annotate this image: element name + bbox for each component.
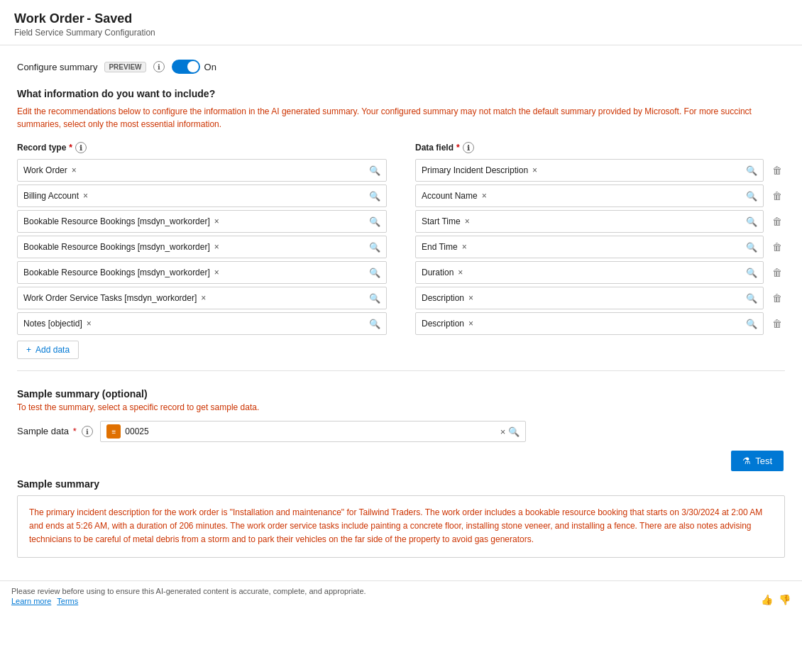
record-type-row-5: Work Order Service Tasks [msdyn_workorde… <box>17 287 387 309</box>
record-type-close-5[interactable]: × <box>199 293 207 303</box>
sample-section: Sample summary (optional) To test the su… <box>17 388 785 558</box>
configure-info-icon[interactable]: ℹ <box>153 61 165 72</box>
data-field-item-4: Duration <box>422 268 454 277</box>
record-type-close-0[interactable]: × <box>70 165 78 175</box>
section-divider <box>17 370 785 371</box>
record-type-search-4[interactable]: 🔍 <box>369 268 380 278</box>
record-type-item-1: Billing Account <box>23 191 79 201</box>
sample-summary-text: The primary incident description for the… <box>29 507 762 544</box>
data-field-search-1[interactable]: 🔍 <box>746 191 757 202</box>
page-title: Work Order <box>14 11 84 26</box>
data-field-row-6: Description × 🔍 🗑 <box>415 312 785 335</box>
record-type-item-4: Bookable Resource Bookings [msdyn_workor… <box>23 268 210 277</box>
sample-title: Sample summary (optional) <box>17 388 785 400</box>
sample-icon: ≡ <box>106 424 121 439</box>
data-field-close-1[interactable]: × <box>480 191 488 201</box>
data-field-search-0[interactable]: 🔍 <box>746 165 757 176</box>
section-question: What information do you want to include? <box>17 88 785 99</box>
preview-badge: PREVIEW <box>104 62 145 72</box>
record-type-close-1[interactable]: × <box>82 191 89 201</box>
data-field-search-3[interactable]: 🔍 <box>746 242 757 253</box>
data-field-close-0[interactable]: × <box>531 165 539 175</box>
data-field-row-0: Primary Incident Description × 🔍 🗑 <box>415 159 785 182</box>
sample-summary-label: Sample summary <box>17 478 785 490</box>
data-field-item-6: Description <box>422 319 464 329</box>
data-field-input-5: Description × 🔍 <box>415 287 764 309</box>
test-button[interactable]: ⚗ Test <box>731 451 784 471</box>
sample-data-row: Sample data * ℹ ≡ 00025 × 🔍 <box>17 421 785 442</box>
record-type-close-6[interactable]: × <box>85 319 93 329</box>
section-desc: Edit the recommendations below to config… <box>17 105 785 131</box>
data-field-row-3: End Time × 🔍 🗑 <box>415 236 785 258</box>
toggle-wrapper: On <box>172 60 216 74</box>
record-type-info-icon[interactable]: ℹ <box>75 142 87 153</box>
sample-data-info-icon[interactable]: ℹ <box>82 426 93 437</box>
terms-link[interactable]: Terms <box>57 597 78 605</box>
data-field-input-6: Description × 🔍 <box>415 312 764 335</box>
data-field-delete-2[interactable]: 🗑 <box>769 216 785 227</box>
data-field-close-3[interactable]: × <box>461 242 468 252</box>
data-field-search-5[interactable]: 🔍 <box>746 293 757 304</box>
data-field-search-2[interactable]: 🔍 <box>746 216 757 227</box>
saved-status: - Saved <box>87 11 132 26</box>
data-field-close-4[interactable]: × <box>456 268 464 277</box>
data-field-search-6[interactable]: 🔍 <box>746 319 757 329</box>
record-type-row-3: Bookable Resource Bookings [msdyn_workor… <box>17 236 387 258</box>
thumbs-down-button[interactable]: 👎 <box>779 594 791 605</box>
record-type-search-6[interactable]: 🔍 <box>369 319 380 329</box>
configure-label: Configure summary <box>17 62 97 72</box>
footer: Please review before using to ensure thi… <box>0 580 802 611</box>
data-field-delete-4[interactable]: 🗑 <box>769 267 785 278</box>
footer-actions: 👍 👎 <box>761 594 791 605</box>
record-type-search-1[interactable]: 🔍 <box>369 191 380 202</box>
record-type-row-6: Notes [objectid] × 🔍 <box>17 312 387 335</box>
data-field-close-5[interactable]: × <box>467 293 475 303</box>
record-type-close-4[interactable]: × <box>213 268 221 277</box>
data-field-input-1: Account Name × 🔍 <box>415 184 764 207</box>
test-btn-row: ⚗ Test <box>17 451 784 471</box>
record-type-search-3[interactable]: 🔍 <box>369 242 380 253</box>
test-label: Test <box>755 456 772 466</box>
record-type-search-5[interactable]: 🔍 <box>369 293 380 304</box>
data-field-input-2: Start Time × 🔍 <box>415 210 764 233</box>
data-field-item-2: Start Time <box>422 216 461 226</box>
test-icon: ⚗ <box>742 456 751 466</box>
add-data-button[interactable]: + Add data <box>17 341 79 359</box>
thumbs-up-button[interactable]: 👍 <box>761 594 773 605</box>
data-field-item-1: Account Name <box>422 191 478 201</box>
data-field-row-2: Start Time × 🔍 🗑 <box>415 210 785 233</box>
data-field-input-0: Primary Incident Description × 🔍 <box>415 159 764 182</box>
data-field-delete-1[interactable]: 🗑 <box>769 190 785 202</box>
record-type-close-2[interactable]: × <box>213 216 221 226</box>
record-type-item-2: Bookable Resource Bookings [msdyn_workor… <box>23 216 210 226</box>
data-field-close-2[interactable]: × <box>463 216 471 226</box>
record-type-close-3[interactable]: × <box>213 242 221 252</box>
data-field-input-3: End Time × 🔍 <box>415 236 764 258</box>
record-type-search-2[interactable]: 🔍 <box>369 216 380 227</box>
add-data-plus: + <box>26 345 31 355</box>
data-field-delete-0[interactable]: 🗑 <box>769 165 785 176</box>
page-header: Work Order - Saved Field Service Summary… <box>0 0 802 45</box>
footer-links: Learn more Terms <box>11 597 366 605</box>
data-field-delete-5[interactable]: 🗑 <box>769 292 785 304</box>
learn-more-link[interactable]: Learn more <box>11 597 51 605</box>
main-content: Configure summary PREVIEW ℹ On What info… <box>0 45 802 580</box>
toggle-label: On <box>204 62 216 72</box>
data-field-close-6[interactable]: × <box>467 319 475 329</box>
data-field-header: Data field * ℹ <box>415 142 785 153</box>
record-type-item-5: Work Order Service Tasks [msdyn_workorde… <box>23 293 197 303</box>
sample-search-icon[interactable]: 🔍 <box>508 426 520 437</box>
record-type-row-1: Billing Account × 🔍 <box>17 184 387 207</box>
sample-clear-icon[interactable]: × <box>500 426 506 437</box>
sample-data-input[interactable]: ≡ 00025 × 🔍 <box>100 421 526 442</box>
data-field-info-icon[interactable]: ℹ <box>463 142 474 153</box>
record-type-search-0[interactable]: 🔍 <box>369 165 380 176</box>
data-field-search-4[interactable]: 🔍 <box>746 268 757 278</box>
toggle-switch[interactable] <box>172 60 200 74</box>
data-field-row-4: Duration × 🔍 🗑 <box>415 261 785 284</box>
data-field-delete-3[interactable]: 🗑 <box>769 241 785 253</box>
data-field-delete-6[interactable]: 🗑 <box>769 318 785 329</box>
record-type-item-3: Bookable Resource Bookings [msdyn_workor… <box>23 242 210 252</box>
data-field-item-3: End Time <box>422 242 458 252</box>
data-field-item-0: Primary Incident Description <box>422 165 528 175</box>
